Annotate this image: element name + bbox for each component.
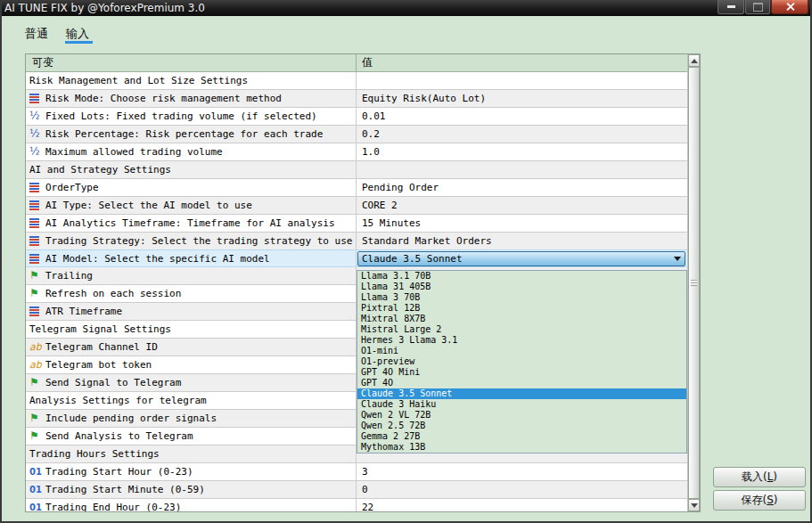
integer-icon: 01 [29, 463, 43, 480]
dropdown-item[interactable]: Mixtral 8X7B [357, 314, 686, 324]
arrow-up-icon [691, 59, 698, 63]
param-value-cell[interactable]: 15 Minutes [357, 215, 687, 232]
dropdown-item[interactable]: GPT 4O [357, 378, 686, 388]
flag-icon: ⚑ [29, 410, 43, 427]
table-row[interactable]: AI Model: Select the specific AI modelCl… [26, 249, 687, 267]
ai-model-combobox[interactable]: Claude 3.5 Sonnet [357, 251, 685, 266]
table-row[interactable]: 01Trading Start Hour (0-23)3 [26, 463, 687, 481]
param-value-cell[interactable]: 0.01 [357, 108, 687, 125]
dropdown-item[interactable]: O1-mini [357, 346, 686, 356]
param-name: AI Analytics Timeframe: Timeframe for AI… [45, 215, 335, 232]
table-row[interactable]: ½Risk Percentage: Risk percentage for ea… [26, 126, 687, 143]
param-value: Pending Order [362, 182, 439, 193]
param-name: Trading Strategy: Select the trading str… [45, 233, 352, 249]
param-name: Telegram Channel ID [45, 339, 158, 355]
param-value-cell[interactable] [357, 72, 687, 89]
tab-common[interactable]: 普通 [25, 26, 48, 42]
table-scrollbar[interactable] [687, 54, 700, 511]
flag-icon: ⚑ [29, 428, 43, 445]
param-name: Trading Start Minute (0-59) [45, 481, 205, 498]
table-row[interactable]: AI Type: Select the AI model to useCORE … [26, 197, 687, 215]
param-value: CORE 2 [362, 200, 398, 211]
param-name-cell: AI Analytics Timeframe: Timeframe for AI… [26, 215, 357, 232]
param-name: Telegram Signal Settings [29, 321, 171, 338]
table-row[interactable]: OrderTypePending Order [26, 179, 687, 197]
param-name-cell: Risk Mode: Choose risk management method [26, 90, 357, 107]
fraction-icon: ½ [29, 108, 43, 125]
load-button[interactable]: 载入(L) [713, 467, 806, 487]
param-value-cell[interactable]: CORE 2 [357, 197, 687, 214]
param-value-cell[interactable]: 0 [357, 481, 687, 498]
maximize-icon [753, 3, 763, 12]
dropdown-item[interactable]: GPT 4O Mini [357, 367, 686, 378]
minimize-icon [727, 5, 735, 8]
table-row[interactable]: Trading Strategy: Select the trading str… [26, 233, 687, 250]
param-value-cell[interactable]: 0.2 [357, 126, 687, 143]
param-name: Analysis Settings for telegram [29, 392, 207, 409]
param-value-cell[interactable] [357, 161, 687, 178]
column-header-variable[interactable]: 可变 [26, 54, 357, 71]
close-button[interactable] [771, 0, 808, 14]
param-value: 15 Minutes [362, 217, 421, 229]
param-name-cell: ⚑Send Signal to Telegram [26, 374, 357, 391]
table-row[interactable]: ½Maximum allowed trading volume1.0 [26, 143, 687, 161]
param-value-cell[interactable]: Standard Market Orders [357, 233, 687, 249]
table-row[interactable]: AI and Strategy Settings [26, 161, 687, 179]
table-row[interactable]: ½Fixed Lots: Fixed trading volume (if se… [26, 108, 687, 126]
table-row[interactable]: Risk Mode: Choose risk management method… [26, 90, 687, 108]
dropdown-item[interactable]: Llama 3 70B [357, 292, 686, 303]
table-row[interactable]: 01Trading Start Minute (0-59)0 [26, 481, 687, 499]
save-button-mnemonic: S [767, 494, 774, 506]
param-value-cell[interactable]: Claude 3.5 Sonnet [357, 250, 687, 266]
param-value-cell[interactable]: Pending Order [357, 179, 687, 196]
save-button-label-end: ) [774, 494, 778, 506]
enum-icon [29, 236, 39, 246]
param-name-cell: ⚑Trailing [26, 267, 357, 284]
dropdown-item[interactable]: Llama 3.1 70B [357, 271, 686, 282]
param-value-cell[interactable]: 3 [357, 463, 687, 480]
column-header-value[interactable]: 值 [357, 54, 687, 71]
tab-inputs[interactable]: 输入 [66, 26, 89, 42]
dropdown-item[interactable]: Llama 31 405B [357, 282, 686, 292]
param-name-cell: Trading Strategy: Select the trading str… [26, 233, 357, 249]
titlebar[interactable]: AI TUNE FIX by @YoforexPremium 3.0 [0, 0, 812, 16]
table-row[interactable]: AI Analytics Timeframe: Timeframe for AI… [26, 215, 687, 233]
param-name-cell: abTelegram bot token [26, 356, 357, 373]
titlebar-buttons [717, 0, 808, 14]
scrollbar-thumb[interactable] [688, 67, 700, 499]
save-button[interactable]: 保存(S) [713, 490, 806, 511]
load-button-label-end: ) [773, 470, 777, 483]
param-value-cell[interactable]: 1.0 [357, 143, 687, 160]
param-name-cell: ⚑Send Analysis to Telegram [26, 428, 357, 445]
param-value-cell[interactable]: Equity Risk(Auto Lot) [357, 90, 687, 107]
chevron-down-icon [674, 257, 681, 261]
minimize-button[interactable] [718, 0, 744, 14]
param-name: Maximum allowed trading volume [45, 143, 223, 160]
save-button-label: 保存( [742, 494, 767, 506]
dropdown-item[interactable]: Claude 3.5 Sonnet [357, 388, 686, 399]
param-name: Trading End Hour (0-23) [45, 499, 181, 511]
dropdown-item[interactable]: Gemma 2 27B [357, 431, 686, 442]
dropdown-item[interactable]: Mythomax 13B [357, 442, 686, 453]
integer-icon: 01 [29, 481, 43, 498]
fraction-icon: ½ [29, 143, 43, 160]
scroll-down-button[interactable] [688, 499, 700, 511]
dropdown-item[interactable]: Claude 3 Haiku [357, 399, 686, 410]
dropdown-item[interactable]: O1-preview [357, 356, 686, 367]
dropdown-item[interactable]: Hermes 3 Llama 3.1 [357, 335, 686, 346]
param-value: 1.0 [362, 146, 380, 158]
maximize-button[interactable] [745, 0, 770, 14]
table-row[interactable]: 01Trading End Hour (0-23)22 [26, 499, 687, 511]
scroll-up-button[interactable] [688, 54, 700, 67]
dropdown-item[interactable]: Qwen 2.5 72B [357, 421, 686, 431]
table-row[interactable]: Risk Management and Lot Size Settings [26, 72, 687, 90]
dropdown-item[interactable]: Mistral Large 2 [357, 324, 686, 335]
dropdown-item[interactable]: Pixtral 12B [357, 303, 686, 314]
enum-icon [29, 218, 39, 228]
param-name-cell: ⚑Refresh on each session [26, 285, 357, 302]
param-name: Refresh on each session [45, 285, 181, 302]
param-value-cell[interactable]: 22 [357, 499, 687, 511]
dropdown-item[interactable]: Qwen 2 VL 72B [357, 410, 686, 421]
param-name-cell: 01Trading End Hour (0-23) [26, 499, 357, 511]
param-name-cell: ⚑Include pending order signals [26, 410, 357, 427]
